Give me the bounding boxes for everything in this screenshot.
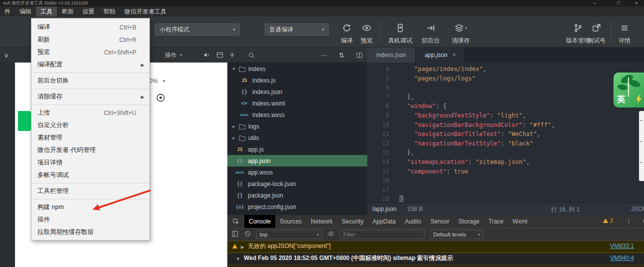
menu-item-编译配置[interactable]: 编译配置▶ — [31, 58, 149, 71]
tree-folder-logs[interactable]: ▸logs — [227, 120, 367, 132]
console-tab-sensor[interactable]: Sensor — [426, 215, 454, 228]
tree-file-app.wxss[interactable]: wxssapp.wxss — [227, 166, 367, 178]
simulator-actions-dropdown[interactable]: 操作 ▾ — [165, 48, 182, 62]
console-tab-wxml[interactable]: Wxml — [508, 215, 532, 228]
locate-target-icon[interactable] — [156, 93, 165, 104]
expander-icon[interactable]: ▼ — [236, 256, 240, 263]
warning-count-badge[interactable]: 2 — [603, 218, 613, 224]
menu-item-素材管理[interactable]: 素材管理 — [31, 132, 149, 144]
tree-folder-indexs[interactable]: ▾indexs — [227, 63, 367, 74]
compile-mode-select[interactable]: 普通编译 ▾ — [265, 24, 329, 36]
line-number: 14 — [367, 158, 392, 167]
code-editor[interactable]: 456789101112131415161718 "pages/index/in… — [367, 62, 644, 202]
menu-item-清除缓存[interactable]: 清除缓存▶ — [31, 90, 149, 103]
console-tab-audits[interactable]: Audits — [400, 215, 426, 228]
menu-item-自定义分析[interactable]: 自定义分析 — [31, 119, 149, 132]
menubar-item-工具[interactable]: 工具 — [36, 6, 57, 16]
menubar-item-件[interactable]: 件 — [0, 6, 15, 16]
console-tab-security[interactable]: Security — [337, 215, 368, 228]
clear-cache-button[interactable]: ▾ 清缓存 — [447, 22, 475, 45]
tree-file-indexs.wxml[interactable]: <>indexs.wxml — [227, 98, 367, 109]
menu-item-多帐号调试[interactable]: 多帐号调试 — [31, 169, 149, 182]
minimize-button[interactable]: ─ — [587, 0, 602, 6]
console-tab-console[interactable]: Console — [244, 215, 275, 228]
console-context-select[interactable]: top ▾ — [256, 230, 322, 239]
close-tab-icon[interactable]: × — [452, 52, 456, 58]
tree-file-package-lock.json[interactable]: {}package-lock.json — [227, 178, 367, 190]
clear-console-icon[interactable] — [244, 230, 251, 240]
menu-item-插件[interactable]: 插件 — [31, 214, 149, 226]
menu-item-拉取周期性缓存数据[interactable]: 拉取周期性缓存数据 — [31, 226, 149, 238]
panel-toggle-icon[interactable] — [216, 48, 224, 62]
console-message: ▼Wed Feb 05 2020 18:52:05 GMT+0800 (中国标准… — [227, 253, 644, 265]
menubar-item-界面[interactable]: 界面 — [57, 6, 78, 16]
menu-item-构建 npm[interactable]: 构建 npm — [31, 201, 149, 214]
live-expression-eye-icon[interactable] — [327, 230, 335, 240]
code-line: }, — [400, 148, 644, 158]
console-tab-appdata[interactable]: AppData — [368, 215, 400, 228]
menubar-item-帮助[interactable]: 帮助 — [99, 6, 120, 16]
line-number: 15 — [367, 167, 392, 176]
more-actions-icon[interactable]: ⋯ — [321, 48, 327, 62]
menubar-item-设置[interactable]: 设置 — [78, 6, 99, 16]
menu-item-项目详情[interactable]: 项目详情 — [31, 156, 149, 169]
tab-indexs-json[interactable]: indexs.json — [367, 48, 416, 62]
console-filter-input[interactable] — [340, 230, 425, 239]
tree-file-package.json[interactable]: {}package.json — [227, 190, 367, 201]
tree-file-indexs.json[interactable]: {}indexs.json — [227, 86, 367, 98]
menu-item-前后台切换[interactable]: 前后台切换 — [31, 74, 149, 87]
split-editor-icon[interactable] — [356, 48, 363, 62]
detail-button[interactable]: 详情 — [611, 22, 639, 45]
tree-file-app.json[interactable]: {}app.json — [227, 155, 367, 166]
inspect-element-icon[interactable] — [227, 215, 244, 228]
menu-item-工具栏管理[interactable]: 工具栏管理 — [31, 185, 149, 198]
tree-file-app.js[interactable]: JSapp.js — [227, 144, 367, 155]
tree-file-project.config.json[interactable]: {o}project.config.json — [227, 201, 367, 212]
menu-item-刷新[interactable]: 刷新Ctrl+R — [31, 34, 149, 46]
menu-item-上传[interactable]: 上传Ctrl+Shift+U — [31, 106, 149, 119]
code-token — [400, 168, 407, 175]
console-tab-network[interactable]: Network — [306, 215, 337, 228]
expander-icon[interactable]: ▶ — [241, 244, 244, 251]
code-token — [400, 149, 407, 156]
menu-item-label: 前后台切换 — [37, 76, 69, 85]
new-file-icon[interactable]: + — [230, 48, 234, 62]
test-account-button[interactable]: 测试号 — [583, 22, 611, 45]
menubar-item-微信开发者工具[interactable]: 微信开发者工具 — [120, 6, 171, 16]
console-source-link[interactable]: VM940:4 — [610, 254, 640, 262]
menu-item-shortcut: Ctrl+Shift+U — [104, 110, 144, 116]
console-source-link[interactable]: VM833:1 — [610, 242, 640, 250]
console-tab-trace[interactable]: Trace — [484, 215, 508, 228]
tree-folder-utils[interactable]: ▸utils — [227, 132, 367, 144]
code-line: "navigationBarBackgroundColor": "#fff", — [400, 120, 644, 130]
switch-background-button[interactable]: 切后台 — [417, 22, 445, 45]
devtools-more-icon[interactable]: ⋮ — [626, 217, 632, 224]
menu-item-编译[interactable]: 编译Ctrl+B — [31, 21, 149, 34]
mode-select[interactable]: 小程序模式 ▾ — [155, 24, 240, 36]
tree-file-indexs.wxss[interactable]: wxssindexs.wxss — [227, 109, 367, 120]
close-button[interactable]: × — [629, 0, 644, 6]
mini-program-green-button[interactable] — [18, 111, 31, 131]
collapse-simulator-icon[interactable]: ∨ — [4, 48, 9, 62]
menu-item-预览[interactable]: 预览Ctrl+Shift+P — [31, 46, 149, 58]
tree-file-indexs.js[interactable]: JSindexs.js — [227, 74, 367, 86]
maximize-button[interactable]: □ — [611, 0, 626, 6]
preview-button[interactable]: 预览 — [353, 22, 381, 45]
tab-app-json[interactable]: app.json × — [416, 48, 465, 62]
console-tab-sources[interactable]: Sources — [275, 215, 306, 228]
floating-plant-widget[interactable]: 英 — [614, 72, 644, 108]
collapse-all-icon[interactable]: ⇅ — [339, 48, 344, 62]
code-line: "pages/index/index", — [400, 64, 644, 74]
leaf-shape — [617, 84, 628, 90]
menubar-item-编辑[interactable]: 编辑 — [15, 6, 36, 16]
config-file-icon: {o} — [234, 204, 245, 210]
console-tab-storage[interactable]: Storage — [454, 215, 484, 228]
console-levels-select[interactable]: Default levels ▾ — [430, 230, 484, 239]
statusbar-language[interactable]: JSON — [631, 206, 644, 212]
tree-item-name: indexs — [248, 66, 266, 72]
real-device-debug-button[interactable]: 真机调试 — [386, 22, 414, 45]
console-sidebar-icon[interactable] — [231, 230, 239, 240]
mute-speaker-icon[interactable] — [203, 48, 211, 62]
menu-item-微信开发者·代码管理[interactable]: 微信开发者·代码管理 — [31, 144, 149, 156]
search-icon[interactable] — [248, 48, 255, 62]
